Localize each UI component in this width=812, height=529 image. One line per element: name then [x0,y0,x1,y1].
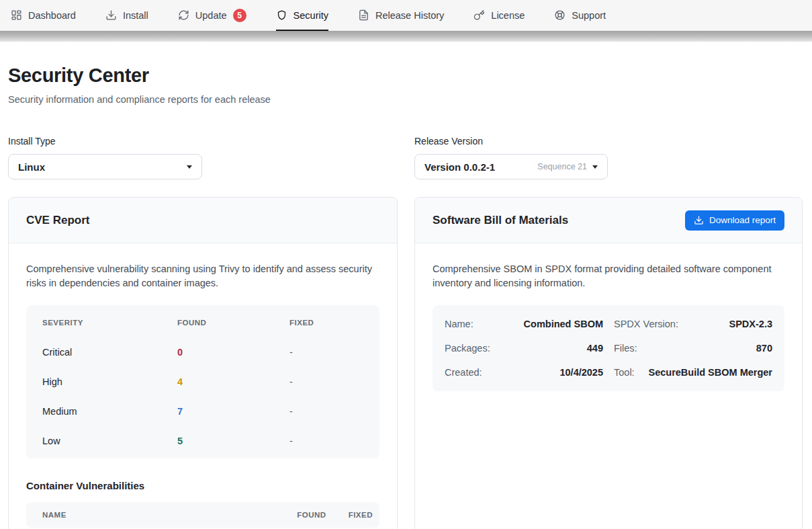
download-icon [694,215,704,225]
nav-label: Dashboard [28,10,76,21]
severity-label: Low [42,436,177,446]
container-vulnerabilities-title: Container Vulnerabilities [26,480,379,491]
download-icon [105,9,117,21]
main-content: Security Center Security information and… [0,65,812,529]
sbom-detail-created: Created: 10/4/2025 [445,367,603,378]
page-subtitle: Security information and compliance repo… [8,94,803,105]
sbom-card-header: Software Bill of Materials Download repo… [415,198,802,243]
fixed-count: - [289,406,363,417]
nav-item-dashboard[interactable]: Dashboard [11,0,76,31]
severity-table: SEVERITY FOUND FIXED Critical 0 - High 4… [26,305,379,458]
install-type-label: Install Type [8,136,398,147]
release-version-filter: Release Version Version 0.0.2-1 Sequence… [414,136,803,179]
update-count-badge: 5 [233,9,246,22]
detail-value: SecureBuild SBOM Merger [648,367,772,378]
nav-item-support[interactable]: Support [554,0,606,31]
detail-label: SPDX Version: [614,319,678,329]
sbom-detail-packages: Packages: 449 [445,343,603,354]
refresh-icon [178,9,189,21]
table-row: High 4 - [26,367,379,397]
shield-icon [276,9,287,21]
severity-label: High [42,376,177,387]
severity-label: Medium [42,406,177,417]
detail-value: 449 [587,343,603,354]
cve-card-title: CVE Report [26,214,89,227]
col-found: FOUND [177,319,289,327]
fixed-count: - [289,347,363,358]
download-report-button[interactable]: Download report [685,210,784,231]
document-icon [358,9,369,21]
install-type-filter: Install Type Linux [8,136,398,179]
sbom-detail-files: Files: 870 [614,343,772,354]
release-version-label: Release Version [414,136,803,147]
sbom-detail-tool: Tool: SecureBuild SBOM Merger [614,367,772,378]
detail-label: Name: [445,319,473,329]
chevron-down-icon [592,165,598,169]
sbom-details-panel: Name: Combined SBOM SPDX Version: SPDX-2… [433,305,784,391]
severity-label: Critical [42,347,177,358]
detail-label: Files: [614,343,637,354]
nav-shadow-divider [0,31,812,42]
table-row: Name: Combined SBOM SPDX Version: SPDX-2… [445,312,772,336]
container-table-header: NAME FOUND FIXED [26,502,379,528]
detail-label: Created: [445,367,482,378]
release-sequence-label: Sequence 21 [537,162,587,171]
found-count: 5 [177,436,289,446]
severity-table-header: SEVERITY FOUND FIXED [26,308,379,337]
found-count: 0 [177,347,289,358]
lifebuoy-icon [554,9,566,21]
nav-label: Support [572,10,606,21]
download-report-label: Download report [709,215,776,225]
col-name: NAME [42,511,275,519]
sbom-detail-name: Name: Combined SBOM [445,319,603,329]
nav-label: Install [123,10,148,21]
nav-item-security[interactable]: Security [276,0,328,31]
cve-report-card: CVE Report Comprehensive vulnerability s… [8,197,398,529]
nav-label: Security [294,10,328,21]
chevron-down-icon [187,165,192,169]
page-title: Security Center [8,65,803,87]
found-count: 4 [177,376,289,387]
nav-label: Release History [375,10,444,21]
table-row: Created: 10/4/2025 Tool: SecureBuild SBO… [445,360,772,384]
table-row: Medium 7 - [26,397,379,426]
dashboard-icon [11,9,22,21]
release-version-select[interactable]: Version 0.0.2-1 Sequence 21 [414,154,608,179]
table-row: Low 5 - [26,426,379,456]
fixed-count: - [289,376,363,387]
key-icon [473,9,485,21]
col-fixed: FIXED [289,319,363,327]
col-severity: SEVERITY [42,319,177,327]
release-version-value: Version 0.0.2-1 [424,161,495,173]
report-cards-row: CVE Report Comprehensive vulnerability s… [8,197,803,529]
found-count: 7 [177,406,289,417]
detail-label: Packages: [445,343,490,354]
sbom-detail-spdx-version: SPDX Version: SPDX-2.3 [614,319,772,329]
table-row: Critical 0 - [26,337,379,367]
nav-item-license[interactable]: License [473,0,525,31]
nav-label: License [491,10,525,21]
detail-value: Combined SBOM [524,319,603,329]
top-navigation: Dashboard Install Update 5 Security Rele… [0,0,812,31]
detail-label: Tool: [614,367,635,378]
cve-card-header: CVE Report [9,198,397,243]
detail-value: SPDX-2.3 [729,319,772,329]
detail-value: 870 [756,343,772,354]
install-type-value: Linux [18,161,45,173]
cve-card-body: Comprehensive vulnerability scanning usi… [9,243,397,529]
nav-label: Update [195,10,227,21]
install-type-select[interactable]: Linux [8,154,202,179]
sbom-card-body: Comprehensive SBOM in SPDX format provid… [415,243,802,409]
nav-item-update[interactable]: Update 5 [178,0,246,31]
cve-description: Comprehensive vulnerability scanning usi… [26,262,379,290]
detail-value: 10/4/2025 [559,367,603,378]
fixed-count: - [289,436,363,446]
col-fixed: FIXED [349,511,373,519]
nav-item-release-history[interactable]: Release History [358,0,444,31]
col-found: FOUND [297,511,326,519]
sbom-description: Comprehensive SBOM in SPDX format provid… [433,262,784,290]
sbom-card: Software Bill of Materials Download repo… [414,197,803,529]
nav-item-install[interactable]: Install [105,0,148,31]
table-row: Packages: 449 Files: 870 [445,336,772,360]
filters-row: Install Type Linux Release Version Versi… [8,136,803,179]
